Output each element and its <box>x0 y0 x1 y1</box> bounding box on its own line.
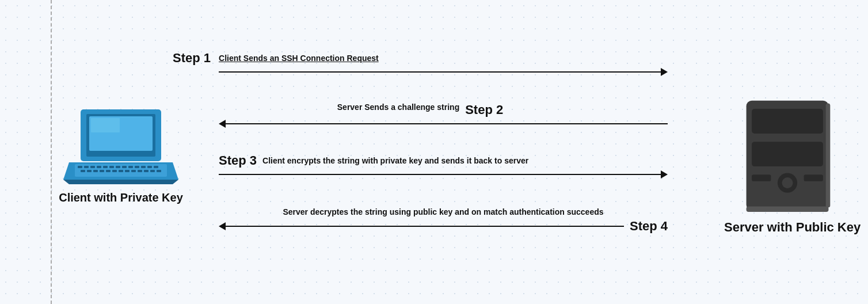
svg-rect-9 <box>97 166 101 168</box>
svg-rect-26 <box>125 170 130 172</box>
step2-label: Step 2 <box>465 102 503 117</box>
svg-rect-27 <box>131 170 136 172</box>
svg-rect-17 <box>147 166 152 168</box>
svg-rect-16 <box>141 166 146 168</box>
step1-text: Client Sends an SSH Connection Request <box>219 54 379 63</box>
step1-arrowhead <box>661 68 668 76</box>
step2-line <box>226 123 668 124</box>
svg-marker-32 <box>63 180 178 184</box>
svg-rect-18 <box>154 166 158 168</box>
svg-rect-6 <box>78 166 82 168</box>
svg-rect-40 <box>826 104 831 208</box>
step3-text: Client encrypts the string with private … <box>262 156 528 165</box>
svg-rect-34 <box>752 109 823 134</box>
step2-arrow <box>219 120 668 128</box>
step1-container: Step 1 Client Sends an SSH Connection Re… <box>173 51 668 76</box>
svg-rect-19 <box>81 170 85 172</box>
svg-rect-3 <box>91 118 120 132</box>
step2-arrowhead <box>219 120 226 128</box>
step4-arrow: Step 4 <box>219 219 668 234</box>
step2-container: Server Sends a challenge string Step 2 <box>173 102 668 128</box>
step1-arrow <box>219 68 668 76</box>
svg-rect-38 <box>752 174 771 181</box>
laptop-icon <box>63 104 178 184</box>
step4-container: Server decryptes the string using public… <box>173 207 668 234</box>
step4-arrowhead <box>219 222 226 230</box>
svg-rect-21 <box>93 170 98 172</box>
step1-line <box>219 71 661 73</box>
svg-rect-39 <box>804 174 823 181</box>
svg-rect-30 <box>150 170 155 172</box>
server-area: Server with Public Key <box>724 98 851 235</box>
step3-arrow <box>219 170 668 178</box>
diagram-container: Client with Private Key Server with Publ… <box>0 0 868 304</box>
left-dashed-line <box>51 0 52 304</box>
svg-rect-10 <box>103 166 108 168</box>
step3-line <box>219 174 661 175</box>
step3-container: Step 3 Client encrypts the string with p… <box>173 153 668 178</box>
svg-rect-12 <box>116 166 120 168</box>
client-area: Client with Private Key <box>58 104 184 204</box>
server-icon <box>738 98 836 213</box>
svg-rect-13 <box>122 166 127 168</box>
svg-rect-7 <box>84 166 89 168</box>
svg-rect-23 <box>106 170 111 172</box>
svg-rect-22 <box>100 170 104 172</box>
svg-point-37 <box>782 177 793 188</box>
server-label: Server with Public Key <box>724 220 851 235</box>
svg-rect-35 <box>752 142 823 166</box>
svg-rect-41 <box>747 207 829 212</box>
step3-label: Step 3 <box>219 153 257 168</box>
svg-rect-11 <box>109 166 114 168</box>
step4-line <box>226 226 624 227</box>
step1-label: Step 1 <box>173 51 211 66</box>
step4-text: Server decryptes the string using public… <box>283 207 603 216</box>
step3-arrowhead <box>661 170 668 178</box>
svg-rect-15 <box>135 166 139 168</box>
client-label: Client with Private Key <box>58 191 184 204</box>
svg-rect-29 <box>144 170 149 172</box>
svg-rect-25 <box>119 170 123 172</box>
svg-rect-8 <box>90 166 95 168</box>
step4-label: Step 4 <box>630 219 668 234</box>
svg-rect-28 <box>138 170 142 172</box>
svg-rect-14 <box>128 166 133 168</box>
step2-text: Server Sends a challenge string <box>337 102 459 117</box>
svg-rect-24 <box>112 170 117 172</box>
svg-rect-31 <box>157 170 161 172</box>
svg-rect-20 <box>87 170 92 172</box>
step1-text-row: Step 1 Client Sends an SSH Connection Re… <box>173 51 668 66</box>
